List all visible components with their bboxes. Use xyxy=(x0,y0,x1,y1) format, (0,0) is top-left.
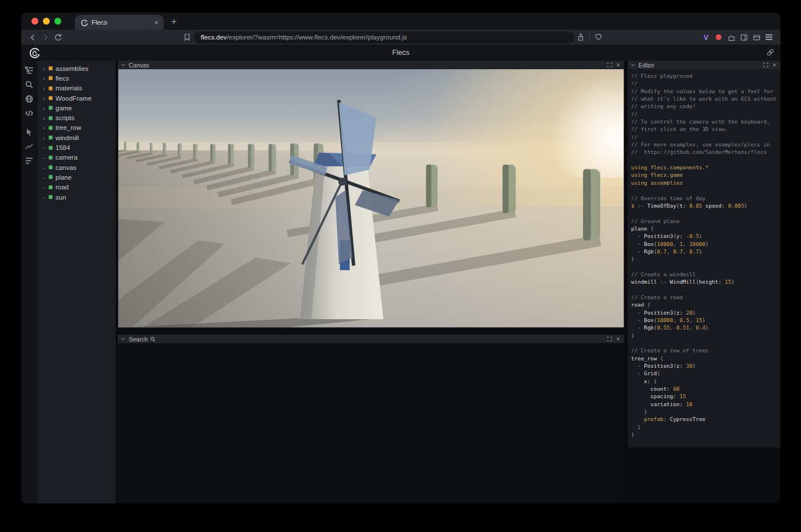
cursor-icon[interactable] xyxy=(25,128,34,137)
expand-chevron-icon[interactable]: › xyxy=(42,85,46,92)
sidebar-toggle-icon[interactable] xyxy=(737,31,750,43)
url-bar[interactable]: flecs.dev/explorer/?wasm=https://www.fle… xyxy=(193,31,574,43)
new-tab-button[interactable]: + xyxy=(171,16,177,27)
tree-item-label: camera xyxy=(55,154,77,161)
extension-v-icon[interactable]: V xyxy=(700,31,712,43)
expand-chevron-icon[interactable]: › xyxy=(42,65,46,72)
search-icon[interactable] xyxy=(25,80,34,89)
entity-square-icon xyxy=(49,146,53,150)
extension-red-icon[interactable] xyxy=(712,31,725,43)
expand-chevron-icon[interactable]: › xyxy=(42,75,46,82)
close-window-button[interactable] xyxy=(31,18,38,25)
expand-chevron-icon[interactable]: › xyxy=(42,134,46,141)
editor-panel-header[interactable]: Editor × xyxy=(628,61,780,69)
tree-item-WoodFrame[interactable]: ›WoodFrame xyxy=(37,93,116,103)
tree-item-flecs[interactable]: ›flecs xyxy=(37,73,116,83)
canvas-3d-view[interactable] xyxy=(118,69,624,328)
close-panel-icon[interactable]: × xyxy=(616,62,620,69)
wallet-icon[interactable] xyxy=(750,31,763,43)
collapse-chevron-icon[interactable] xyxy=(631,62,635,66)
search-results-area[interactable] xyxy=(118,343,624,503)
code-line: // xyxy=(631,110,777,118)
tree-item-label: canvas xyxy=(55,164,76,171)
entity-square-icon xyxy=(49,165,53,169)
tree-item-materials[interactable]: ›materials xyxy=(37,84,116,93)
toolbar-divider xyxy=(589,34,590,41)
search-panel-header[interactable]: Search × xyxy=(118,335,624,343)
code-line: variation: 10 xyxy=(631,400,777,408)
tree-item-plane[interactable]: -plane xyxy=(37,172,116,182)
window-controls xyxy=(21,18,67,30)
tree-item-assemblies[interactable]: ›assemblies xyxy=(37,63,116,73)
tree-item-scripts[interactable]: ›scripts xyxy=(37,113,116,122)
tree-item-tree_row[interactable]: ›tree_row xyxy=(37,123,116,133)
editor-panel: Editor × // Flecs playground//// Modify … xyxy=(628,61,780,447)
browser-toolbar: flecs.dev/explorer/?wasm=https://www.fle… xyxy=(21,30,780,45)
code-line xyxy=(631,286,777,293)
chart-icon[interactable] xyxy=(25,142,34,151)
code-line: count: 60 xyxy=(631,385,777,392)
app-body: ›assemblies›flecs›materials›WoodFrame›ga… xyxy=(21,61,780,503)
tree-item-camera[interactable]: -camera xyxy=(37,153,116,162)
tree-item-1584[interactable]: -1584 xyxy=(37,142,116,152)
tree-item-road[interactable]: -road xyxy=(37,182,116,192)
extensions-puzzle-icon[interactable] xyxy=(725,31,737,43)
code-icon[interactable] xyxy=(25,109,34,118)
leaf-dash-icon: - xyxy=(42,194,46,201)
tab-close-icon[interactable]: × xyxy=(154,19,158,26)
flecs-favicon-icon xyxy=(80,19,88,26)
code-line: // xyxy=(631,80,777,87)
code-line: spacing: 15 xyxy=(631,392,777,400)
expand-chevron-icon[interactable]: › xyxy=(42,95,46,102)
menu-icon[interactable] xyxy=(763,31,775,43)
entity-tree-icon[interactable] xyxy=(25,66,34,75)
tree-item-label: scripts xyxy=(55,114,74,121)
canvas-panel-title: Canvas xyxy=(129,62,149,69)
tree-item-sun[interactable]: -sun xyxy=(37,192,116,202)
shield-icon[interactable] xyxy=(592,31,605,43)
zoom-window-button[interactable] xyxy=(54,18,61,25)
tree-item-windmill[interactable]: ›windmill xyxy=(37,133,116,142)
share-icon[interactable] xyxy=(574,31,587,43)
tree-item-game[interactable]: ›game xyxy=(37,103,116,113)
search-panel-title: Search xyxy=(129,336,148,343)
permalink-icon[interactable] xyxy=(766,48,775,57)
tree-item-canvas[interactable]: -canvas xyxy=(37,162,116,172)
tree-item-label: assemblies xyxy=(55,65,89,72)
entity-square-icon xyxy=(49,116,53,120)
world-icon[interactable] xyxy=(25,94,34,104)
expand-panel-icon[interactable] xyxy=(607,336,612,342)
close-panel-icon[interactable]: × xyxy=(772,62,776,69)
stats-icon[interactable] xyxy=(25,156,34,165)
editor-column: Editor × // Flecs playground//// Modify … xyxy=(628,61,780,503)
code-line: // what it's like to work with an ECS wi… xyxy=(631,95,777,102)
code-line: } xyxy=(631,423,777,431)
expand-panel-icon[interactable] xyxy=(607,62,612,68)
page-title: Flecs xyxy=(21,49,780,57)
expand-chevron-icon[interactable]: › xyxy=(42,114,46,121)
code-line: windmill :- WindMill{height: 15} xyxy=(631,278,777,285)
search-icon xyxy=(150,336,156,342)
collapse-chevron-icon[interactable] xyxy=(121,62,125,66)
editor-code[interactable]: // Flecs playground//// Modify the value… xyxy=(628,69,780,447)
close-panel-icon[interactable]: × xyxy=(616,336,620,343)
expand-chevron-icon[interactable]: › xyxy=(42,124,46,131)
code-line: // https://github.com/SanderMertens/flec… xyxy=(631,148,777,156)
back-icon[interactable] xyxy=(26,31,39,43)
reload-icon[interactable] xyxy=(51,31,64,43)
forward-icon[interactable] xyxy=(39,31,51,43)
minimize-window-button[interactable] xyxy=(43,18,50,25)
code-line xyxy=(631,209,777,217)
expand-chevron-icon[interactable]: › xyxy=(42,105,46,112)
collapse-chevron-icon[interactable] xyxy=(121,336,125,340)
expand-panel-icon[interactable] xyxy=(763,62,768,68)
module-square-icon xyxy=(49,96,53,100)
code-line: - Position3{z: 30} xyxy=(631,362,777,370)
code-line: // Create a row of trees xyxy=(631,347,777,354)
browser-tab[interactable]: Flecs × xyxy=(75,15,164,30)
code-line: using flecs.components.* xyxy=(631,164,777,171)
leaf-dash-icon: - xyxy=(42,184,46,190)
bookmark-icon[interactable] xyxy=(181,31,193,43)
canvas-panel-header[interactable]: Canvas × xyxy=(118,61,624,69)
search-panel: Search × xyxy=(118,335,624,503)
